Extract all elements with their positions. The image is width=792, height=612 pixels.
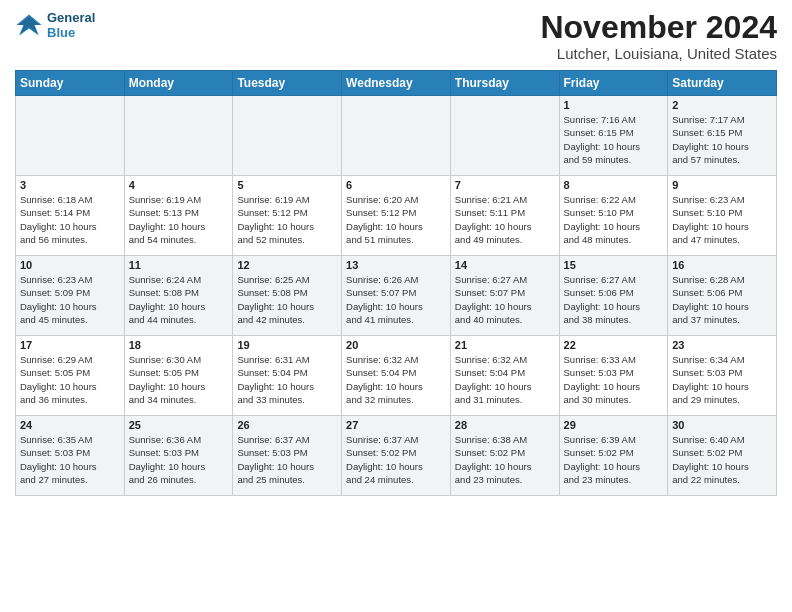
day-detail: Sunrise: 6:21 AM Sunset: 5:11 PM Dayligh… (455, 193, 555, 246)
page-subtitle: Lutcher, Louisiana, United States (540, 45, 777, 62)
day-detail: Sunrise: 6:30 AM Sunset: 5:05 PM Dayligh… (129, 353, 229, 406)
calendar-cell: 7Sunrise: 6:21 AM Sunset: 5:11 PM Daylig… (450, 176, 559, 256)
calendar-cell: 27Sunrise: 6:37 AM Sunset: 5:02 PM Dayli… (342, 416, 451, 496)
day-number: 10 (20, 259, 120, 271)
calendar-cell: 20Sunrise: 6:32 AM Sunset: 5:04 PM Dayli… (342, 336, 451, 416)
day-detail: Sunrise: 6:32 AM Sunset: 5:04 PM Dayligh… (455, 353, 555, 406)
day-detail: Sunrise: 6:20 AM Sunset: 5:12 PM Dayligh… (346, 193, 446, 246)
title-block: November 2024 Lutcher, Louisiana, United… (540, 10, 777, 62)
day-number: 5 (237, 179, 337, 191)
header-cell-tuesday: Tuesday (233, 71, 342, 96)
calendar-cell (342, 96, 451, 176)
day-detail: Sunrise: 6:37 AM Sunset: 5:03 PM Dayligh… (237, 433, 337, 486)
day-number: 22 (564, 339, 664, 351)
calendar-week-1: 1Sunrise: 7:16 AM Sunset: 6:15 PM Daylig… (16, 96, 777, 176)
day-number: 1 (564, 99, 664, 111)
day-number: 8 (564, 179, 664, 191)
svg-marker-1 (19, 17, 40, 34)
day-number: 25 (129, 419, 229, 431)
day-detail: Sunrise: 6:40 AM Sunset: 5:02 PM Dayligh… (672, 433, 772, 486)
day-detail: Sunrise: 6:38 AM Sunset: 5:02 PM Dayligh… (455, 433, 555, 486)
calendar-cell: 23Sunrise: 6:34 AM Sunset: 5:03 PM Dayli… (668, 336, 777, 416)
calendar-cell: 1Sunrise: 7:16 AM Sunset: 6:15 PM Daylig… (559, 96, 668, 176)
calendar-cell: 9Sunrise: 6:23 AM Sunset: 5:10 PM Daylig… (668, 176, 777, 256)
day-number: 9 (672, 179, 772, 191)
day-detail: Sunrise: 6:18 AM Sunset: 5:14 PM Dayligh… (20, 193, 120, 246)
main-container: General Blue November 2024 Lutcher, Loui… (0, 0, 792, 501)
day-detail: Sunrise: 6:28 AM Sunset: 5:06 PM Dayligh… (672, 273, 772, 326)
day-detail: Sunrise: 6:39 AM Sunset: 5:02 PM Dayligh… (564, 433, 664, 486)
day-number: 23 (672, 339, 772, 351)
day-number: 13 (346, 259, 446, 271)
day-number: 14 (455, 259, 555, 271)
day-detail: Sunrise: 6:25 AM Sunset: 5:08 PM Dayligh… (237, 273, 337, 326)
day-number: 2 (672, 99, 772, 111)
calendar-cell: 14Sunrise: 6:27 AM Sunset: 5:07 PM Dayli… (450, 256, 559, 336)
calendar-cell: 19Sunrise: 6:31 AM Sunset: 5:04 PM Dayli… (233, 336, 342, 416)
calendar-body: 1Sunrise: 7:16 AM Sunset: 6:15 PM Daylig… (16, 96, 777, 496)
day-detail: Sunrise: 6:37 AM Sunset: 5:02 PM Dayligh… (346, 433, 446, 486)
calendar-header: SundayMondayTuesdayWednesdayThursdayFrid… (16, 71, 777, 96)
day-detail: Sunrise: 6:31 AM Sunset: 5:04 PM Dayligh… (237, 353, 337, 406)
calendar-cell (233, 96, 342, 176)
day-number: 21 (455, 339, 555, 351)
logo-text: General Blue (47, 10, 95, 40)
calendar-cell: 21Sunrise: 6:32 AM Sunset: 5:04 PM Dayli… (450, 336, 559, 416)
day-detail: Sunrise: 6:19 AM Sunset: 5:12 PM Dayligh… (237, 193, 337, 246)
calendar-cell: 4Sunrise: 6:19 AM Sunset: 5:13 PM Daylig… (124, 176, 233, 256)
calendar-cell: 12Sunrise: 6:25 AM Sunset: 5:08 PM Dayli… (233, 256, 342, 336)
calendar-cell: 25Sunrise: 6:36 AM Sunset: 5:03 PM Dayli… (124, 416, 233, 496)
calendar-week-5: 24Sunrise: 6:35 AM Sunset: 5:03 PM Dayli… (16, 416, 777, 496)
calendar-cell: 18Sunrise: 6:30 AM Sunset: 5:05 PM Dayli… (124, 336, 233, 416)
calendar-table: SundayMondayTuesdayWednesdayThursdayFrid… (15, 70, 777, 496)
day-number: 11 (129, 259, 229, 271)
day-number: 6 (346, 179, 446, 191)
header-cell-sunday: Sunday (16, 71, 125, 96)
page-title: November 2024 (540, 10, 777, 45)
day-number: 19 (237, 339, 337, 351)
calendar-cell: 26Sunrise: 6:37 AM Sunset: 5:03 PM Dayli… (233, 416, 342, 496)
day-number: 24 (20, 419, 120, 431)
calendar-cell: 30Sunrise: 6:40 AM Sunset: 5:02 PM Dayli… (668, 416, 777, 496)
calendar-week-2: 3Sunrise: 6:18 AM Sunset: 5:14 PM Daylig… (16, 176, 777, 256)
day-number: 26 (237, 419, 337, 431)
calendar-cell: 29Sunrise: 6:39 AM Sunset: 5:02 PM Dayli… (559, 416, 668, 496)
header-cell-friday: Friday (559, 71, 668, 96)
day-detail: Sunrise: 6:24 AM Sunset: 5:08 PM Dayligh… (129, 273, 229, 326)
day-detail: Sunrise: 6:29 AM Sunset: 5:05 PM Dayligh… (20, 353, 120, 406)
day-detail: Sunrise: 6:32 AM Sunset: 5:04 PM Dayligh… (346, 353, 446, 406)
calendar-cell (450, 96, 559, 176)
calendar-cell: 15Sunrise: 6:27 AM Sunset: 5:06 PM Dayli… (559, 256, 668, 336)
calendar-cell: 13Sunrise: 6:26 AM Sunset: 5:07 PM Dayli… (342, 256, 451, 336)
calendar-cell (124, 96, 233, 176)
calendar-cell: 2Sunrise: 7:17 AM Sunset: 6:15 PM Daylig… (668, 96, 777, 176)
day-detail: Sunrise: 6:23 AM Sunset: 5:09 PM Dayligh… (20, 273, 120, 326)
day-detail: Sunrise: 6:35 AM Sunset: 5:03 PM Dayligh… (20, 433, 120, 486)
calendar-cell: 3Sunrise: 6:18 AM Sunset: 5:14 PM Daylig… (16, 176, 125, 256)
day-number: 28 (455, 419, 555, 431)
day-number: 30 (672, 419, 772, 431)
day-detail: Sunrise: 7:16 AM Sunset: 6:15 PM Dayligh… (564, 113, 664, 166)
header-row: SundayMondayTuesdayWednesdayThursdayFrid… (16, 71, 777, 96)
calendar-cell: 10Sunrise: 6:23 AM Sunset: 5:09 PM Dayli… (16, 256, 125, 336)
calendar-cell: 28Sunrise: 6:38 AM Sunset: 5:02 PM Dayli… (450, 416, 559, 496)
day-number: 27 (346, 419, 446, 431)
day-number: 17 (20, 339, 120, 351)
header-cell-wednesday: Wednesday (342, 71, 451, 96)
day-number: 20 (346, 339, 446, 351)
day-number: 7 (455, 179, 555, 191)
day-number: 4 (129, 179, 229, 191)
day-detail: Sunrise: 6:19 AM Sunset: 5:13 PM Dayligh… (129, 193, 229, 246)
day-detail: Sunrise: 6:22 AM Sunset: 5:10 PM Dayligh… (564, 193, 664, 246)
calendar-cell: 6Sunrise: 6:20 AM Sunset: 5:12 PM Daylig… (342, 176, 451, 256)
calendar-week-3: 10Sunrise: 6:23 AM Sunset: 5:09 PM Dayli… (16, 256, 777, 336)
calendar-cell: 16Sunrise: 6:28 AM Sunset: 5:06 PM Dayli… (668, 256, 777, 336)
logo-icon (15, 11, 43, 39)
day-detail: Sunrise: 6:23 AM Sunset: 5:10 PM Dayligh… (672, 193, 772, 246)
calendar-cell: 5Sunrise: 6:19 AM Sunset: 5:12 PM Daylig… (233, 176, 342, 256)
day-number: 15 (564, 259, 664, 271)
day-detail: Sunrise: 7:17 AM Sunset: 6:15 PM Dayligh… (672, 113, 772, 166)
calendar-cell: 17Sunrise: 6:29 AM Sunset: 5:05 PM Dayli… (16, 336, 125, 416)
calendar-cell: 8Sunrise: 6:22 AM Sunset: 5:10 PM Daylig… (559, 176, 668, 256)
logo: General Blue (15, 10, 95, 40)
